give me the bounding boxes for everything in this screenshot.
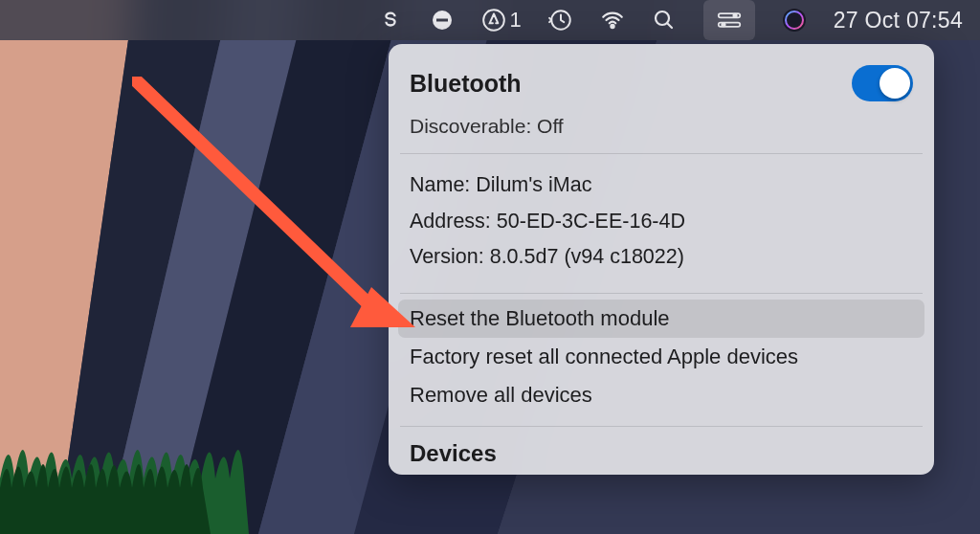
reset-bluetooth-module[interactable]: Reset the Bluetooth module — [398, 300, 924, 338]
spotlight-search-icon[interactable] — [652, 0, 677, 40]
time-machine-icon[interactable] — [548, 0, 573, 40]
devices-section-header: Devices — [389, 427, 934, 475]
siri-icon[interactable] — [782, 0, 807, 40]
remove-all-devices[interactable]: Remove all devices — [389, 376, 934, 414]
svg-point-12 — [611, 25, 613, 28]
toggle-knob — [880, 68, 910, 99]
menubar-clock[interactable]: 27 Oct 07:54 — [834, 0, 963, 40]
update-count-badge: 1 — [509, 8, 521, 33]
do-not-disturb-icon[interactable] — [430, 0, 455, 40]
svg-point-17 — [722, 23, 724, 26]
svg-point-10 — [484, 10, 505, 31]
discoverable-status: Discoverable: Off — [389, 115, 934, 153]
control-center-icon[interactable] — [703, 0, 755, 40]
factory-reset-devices[interactable]: Factory reset all connected Apple device… — [389, 338, 934, 376]
svg-rect-9 — [436, 19, 448, 22]
datetime-text: 27 Oct 07:54 — [834, 8, 963, 33]
device-info-block: Name: Dilum's iMac Address: 50-ED-3C-EE-… — [389, 154, 934, 293]
wifi-icon[interactable] — [600, 0, 625, 40]
bluetooth-toggle[interactable] — [852, 65, 913, 101]
bluetooth-menu-panel: Bluetooth Discoverable: Off Name: Dilum'… — [389, 44, 934, 475]
app-icon-s[interactable] — [378, 0, 403, 40]
app-store-updates[interactable]: 1 — [481, 0, 521, 40]
panel-title: Bluetooth — [410, 70, 522, 98]
menubar: 1 27 Oct 07:54 — [0, 0, 980, 40]
svg-point-15 — [733, 14, 736, 17]
